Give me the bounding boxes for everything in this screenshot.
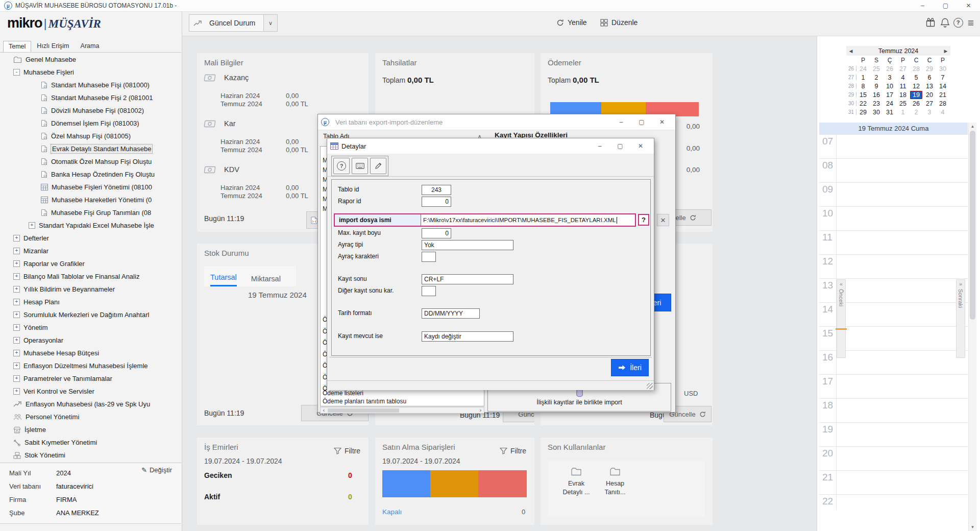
expand-icon[interactable]: + [13, 388, 20, 395]
calendar-day[interactable]: 6 [923, 74, 936, 81]
sidebar-item-parametreler-ve-tan-mlamalar[interactable]: +Parametreler ve Tanımlamalar [1, 372, 181, 385]
sidebar-item-d-nemsel-i-lem-fi-i-081003-[interactable]: Dönemsel İşlem Fişi (081003) [1, 117, 181, 130]
expand-icon[interactable]: + [13, 235, 20, 242]
calendar-next-icon[interactable]: ▶ [941, 49, 950, 54]
sidebar-item-muhasebe-fi-leri[interactable]: -Muhasebe Fişleri [1, 66, 181, 79]
maximize-icon[interactable]: ▢ [631, 116, 652, 128]
sidebar-item-enflasyon-d-zeltmesi-muhasebes[interactable]: +Enflasyon Düzeltmesi Muhasebesi İşlemle [1, 359, 181, 372]
calendar-day[interactable]: 2 [910, 109, 923, 116]
import-file-input[interactable]: F:\Mikro\v17xx\faturacevirici\IMPORT\MUH… [421, 214, 635, 226]
field-input[interactable]: CR+LF [422, 274, 513, 284]
sidebar-item-hesap-plan-[interactable]: +Hesap Planı [1, 296, 181, 308]
calendar-day[interactable]: 18 [896, 91, 910, 99]
sidebar-item-bilan-o-mali-tablolar-ve-finan[interactable]: +Bilanço Mali Tablolar ve Finansal Anali… [1, 270, 181, 283]
schedule-hour-row[interactable]: 19 [819, 422, 968, 446]
field-input[interactable] [422, 286, 436, 296]
calendar-day[interactable]: 19 [910, 91, 923, 99]
sidebar-item-standart-yap-daki-excel-muhase[interactable]: +Standart Yapıdaki Excel Muhasebe İşle [1, 219, 181, 232]
dialog-titlebar[interactable]: Detaylar – ▢ ✕ [327, 138, 654, 154]
menu-icon[interactable]: ≡ [965, 16, 977, 29]
expand-icon[interactable]: + [13, 273, 20, 280]
edit-button[interactable] [370, 158, 386, 174]
schedule-hour-row[interactable]: 08 [819, 158, 968, 182]
field-input[interactable] [422, 252, 436, 262]
schedule-hour-row[interactable]: 10 [819, 206, 968, 230]
tab-hızlı-erişim[interactable]: Hızlı Erişim [31, 40, 75, 52]
table-item[interactable]: Ödeme listeleri [323, 390, 475, 397]
calendar-day[interactable]: 5 [910, 74, 923, 81]
scrollbar-thumb[interactable] [970, 131, 975, 320]
refresh-button[interactable]: Yenile [556, 15, 587, 30]
schedule-hour-row[interactable]: 11 [819, 230, 968, 254]
sidebar-item-standart-muhasebe-fi-i-081000-[interactable]: Standart Muhasebe Fişi (081000) [1, 79, 181, 91]
tab-arama[interactable]: Arama [75, 40, 105, 52]
calendar-day[interactable]: 15 [856, 91, 870, 99]
help-button[interactable]: ? [333, 158, 350, 174]
schedule-hour-row[interactable]: 21 [819, 470, 968, 494]
calendar-day[interactable]: 16 [870, 91, 883, 99]
field-input[interactable]: DD/MM/YYYY [422, 308, 480, 319]
field-input[interactable]: 243 [422, 185, 451, 195]
bell-icon[interactable] [939, 16, 951, 29]
sidebar-item-defterler[interactable]: +Defterler [1, 232, 181, 245]
change-fiscal-year-button[interactable]: ✎ Değiştir [141, 466, 172, 474]
import-help-button[interactable]: ? [638, 214, 649, 226]
list-horizontal-scrollbar[interactable]: ‹ › [320, 407, 484, 414]
calendar-day[interactable]: 20 [923, 91, 936, 99]
calendar-day[interactable]: 25 [896, 100, 910, 107]
sidebar-item-raporlar-ve-grafikler[interactable]: +Raporlar ve Grafikler [1, 257, 181, 270]
schedule-hour-row[interactable]: 22 [819, 494, 968, 518]
calendar-day[interactable]: 14 [936, 83, 949, 90]
table-item[interactable]: Ödeme planları tanıtım tablosu∨ [323, 398, 475, 405]
field-input[interactable]: Kaydı değiştir [422, 331, 513, 342]
calendar-day[interactable]: 23 [870, 100, 883, 107]
minimize-icon[interactable]: – [590, 140, 610, 152]
keyboard-button[interactable] [352, 158, 368, 174]
expand-icon[interactable]: + [13, 375, 20, 382]
close-icon[interactable]: ✕ [630, 140, 651, 152]
scroll-left-icon[interactable]: ‹ [321, 407, 327, 413]
sidebar-item-i-letme[interactable]: İşletme [1, 423, 181, 436]
calendar-day[interactable]: 27 [923, 100, 936, 107]
calendar-day[interactable]: 3 [923, 109, 936, 116]
close-icon[interactable]: ✕ [957, 0, 980, 11]
help-icon[interactable]: ? [952, 16, 964, 29]
minimize-icon[interactable]: – [911, 0, 934, 11]
stok-tab-tutarsal[interactable]: Tutarsal [210, 273, 237, 286]
schedule-hour-row[interactable]: 17 [819, 374, 968, 398]
stok-tab-miktarsal[interactable]: Miktarsal [251, 275, 281, 286]
schedule-scrollbar[interactable]: ▲ ▼ [968, 123, 976, 531]
calendar-day[interactable]: 28 [910, 65, 923, 73]
tab-temel[interactable]: Temel [3, 41, 31, 52]
schedule-hour-row[interactable]: 20 [819, 446, 968, 470]
clear-button[interactable]: ✕ [657, 214, 669, 226]
expand-icon[interactable]: + [13, 311, 20, 318]
sidebar-item-enflasyon-muhasebesi-las-29-ve[interactable]: Enflasyon Muhasebesi (las-29 ve Spk Uyu [1, 398, 181, 411]
calendar-day[interactable]: 31 [883, 109, 896, 116]
sidebar-item-evrak-detayl-standart-muhasebe[interactable]: Evrak Detaylı Standart Muhasebe [1, 142, 181, 155]
expand-icon[interactable]: + [13, 350, 20, 356]
field-input[interactable]: 0 [422, 197, 451, 207]
next-button[interactable]: İleri [611, 359, 649, 376]
calendar-day[interactable]: 13 [923, 83, 936, 90]
scroll-right-icon[interactable]: › [477, 407, 484, 413]
sidebar-item-personel-y-netimi[interactable]: Personel Yönetimi [1, 411, 181, 423]
sidebar-item-standart-muhasebe-fi-i-2-08100[interactable]: Standart Muhasebe Fişi 2 (081001 [1, 91, 181, 104]
calendar-day[interactable]: 12 [910, 83, 923, 90]
calendar-day[interactable]: 1 [856, 74, 870, 81]
expand-icon[interactable]: + [29, 222, 35, 229]
calendar-day[interactable]: 2 [870, 74, 883, 81]
sidebar-item-sabit-k-ymetler-y-netimi[interactable]: Sabit Kıymetler Yönetimi [1, 436, 181, 449]
calendar-day[interactable]: 3 [883, 74, 896, 81]
schedule-hour-row[interactable]: 09 [819, 182, 968, 206]
field-input[interactable]: 0 [422, 228, 451, 238]
calendar-day[interactable]: 17 [883, 91, 896, 99]
sidebar-item-muhasebe-hareketleri-y-netimi-[interactable]: Muhasebe Hareketleri Yönetimi (0 [1, 194, 181, 206]
calendar-day[interactable]: 10 [883, 83, 896, 90]
expand-icon[interactable]: + [13, 299, 20, 305]
calendar-day[interactable]: 26 [910, 100, 923, 107]
expand-icon[interactable]: + [13, 337, 20, 344]
closed-orders-link[interactable]: Kapalı [382, 508, 402, 516]
expand-icon[interactable]: + [13, 363, 20, 369]
calendar-day[interactable]: 21 [936, 91, 949, 99]
